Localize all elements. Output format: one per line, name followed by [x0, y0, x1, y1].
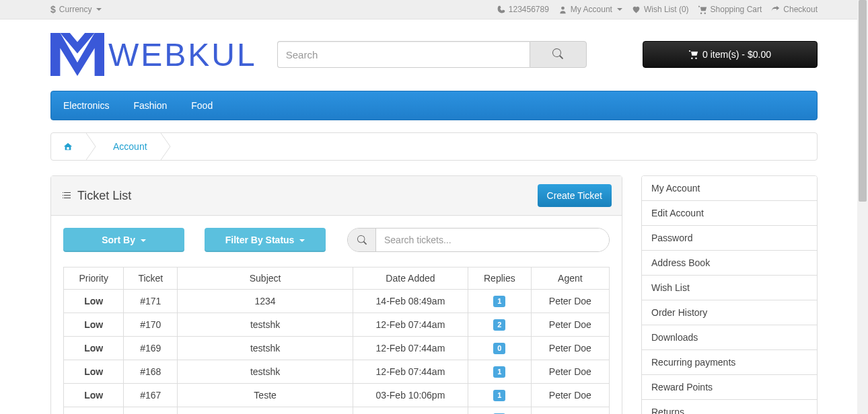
logo[interactable]: WEBKUL [50, 33, 257, 76]
shopping-cart-label: Shopping Cart [711, 5, 762, 14]
search-tickets-input[interactable] [376, 229, 609, 251]
caret-down-icon [96, 8, 102, 11]
tickets-table: Priority Ticket Subject Date Added Repli… [63, 267, 610, 414]
table-row[interactable]: Low#168testshk12-Feb 07:44am1Peter Doe [64, 360, 610, 384]
phone-link[interactable]: 123456789 [497, 5, 549, 14]
topbar: $ Currency 123456789 My Account Wish Lis… [0, 0, 868, 19]
site-search [277, 41, 587, 68]
table-row[interactable]: Low#167Teste03-Feb 10:06pm1Peter Doe [64, 384, 610, 407]
breadcrumb-separator [161, 133, 172, 160]
cell-date: 12-Feb 07:44am [353, 337, 468, 360]
th-agent: Agent [531, 267, 609, 290]
cell-subject: testshk [178, 337, 353, 360]
cart-button-label: 0 item(s) - $0.00 [702, 49, 771, 60]
share-icon [771, 5, 780, 14]
account-sidebar: My AccountEdit AccountPasswordAddress Bo… [641, 175, 818, 414]
search-icon [552, 48, 563, 59]
cell-priority: Low [64, 290, 124, 313]
currency-selector[interactable]: $ Currency [50, 4, 102, 15]
cell-subject: magento theme installation [178, 407, 353, 415]
cell-priority: Low [64, 407, 124, 415]
th-priority: Priority [64, 267, 124, 290]
cart-icon [689, 50, 698, 59]
search-tickets-icon-wrap[interactable] [348, 229, 376, 251]
heart-icon [632, 5, 641, 14]
search-button[interactable] [530, 41, 587, 68]
search-input[interactable] [277, 41, 530, 68]
create-ticket-button[interactable]: Create Ticket [538, 184, 612, 207]
table-row[interactable]: Low#169testshk12-Feb 07:44am0Peter Doe [64, 337, 610, 360]
sidebar-item[interactable]: Order History [642, 300, 817, 325]
svg-marker-0 [50, 33, 104, 76]
cell-replies: 1 [468, 290, 532, 313]
sidebar-item[interactable]: My Account [642, 176, 817, 201]
nav-food[interactable]: Food [179, 91, 225, 120]
list-icon [61, 190, 72, 201]
filter-by-status-button[interactable]: Filter By Status [205, 228, 326, 252]
search-icon [357, 235, 367, 245]
scrollbar-thumb[interactable] [859, 0, 867, 202]
checkout-label: Checkout [783, 5, 818, 14]
sidebar-item[interactable]: Reward Points [642, 375, 817, 400]
my-account-dropdown[interactable]: My Account [558, 5, 622, 14]
scrollbar[interactable] [857, 0, 868, 414]
nav-fashion[interactable]: Fashion [121, 91, 179, 120]
filter-by-label: Filter By Status [225, 235, 295, 245]
cell-replies: 1 [468, 407, 532, 415]
checkout-link[interactable]: Checkout [771, 5, 818, 14]
cell-ticket: #170 [124, 313, 178, 337]
th-ticket: Ticket [124, 267, 178, 290]
table-row[interactable]: Low#171123414-Feb 08:49am1Peter Doe [64, 290, 610, 313]
cart-icon [698, 5, 707, 14]
cart-button[interactable]: 0 item(s) - $0.00 [643, 41, 818, 68]
sidebar-item[interactable]: Downloads [642, 325, 817, 350]
sidebar-item[interactable]: Edit Account [642, 201, 817, 226]
cell-subject: testshk [178, 360, 353, 384]
breadcrumb-home[interactable] [51, 133, 86, 160]
cell-date: 12-Feb 07:44am [353, 360, 468, 384]
caret-down-icon [299, 239, 305, 242]
panel-title-text: Ticket List [77, 189, 131, 203]
cell-agent: Peter Doe [531, 337, 609, 360]
sidebar-item[interactable]: Address Book [642, 251, 817, 276]
home-icon [63, 142, 73, 151]
cell-date: 14-Feb 08:49am [353, 290, 468, 313]
cell-ticket: #168 [124, 360, 178, 384]
user-icon [558, 5, 567, 14]
cell-priority: Low [64, 384, 124, 407]
currency-label: Currency [59, 5, 92, 14]
cell-agent: Peter Doe [531, 290, 609, 313]
shopping-cart-link[interactable]: Shopping Cart [698, 5, 762, 14]
sidebar-item[interactable]: Password [642, 226, 817, 251]
nav-electronics[interactable]: Electronics [51, 91, 121, 120]
cell-agent: Peter Doe [531, 384, 609, 407]
phone-number: 123456789 [509, 5, 549, 14]
breadcrumb-separator [86, 133, 97, 160]
sidebar-item[interactable]: Recurring payments [642, 350, 817, 375]
cell-priority: Low [64, 360, 124, 384]
cell-priority: Low [64, 313, 124, 337]
table-row[interactable]: Low#166magento theme installation02-Feb … [64, 407, 610, 415]
sort-by-label: Sort By [102, 235, 135, 245]
cell-subject: Teste [178, 384, 353, 407]
wishlist-link[interactable]: Wish List (0) [632, 5, 689, 14]
cell-ticket: #171 [124, 290, 178, 313]
breadcrumb-account[interactable]: Account [97, 133, 161, 160]
cell-subject: testshk [178, 313, 353, 337]
cell-replies: 1 [468, 360, 532, 384]
sidebar-item[interactable]: Returns [642, 400, 817, 414]
logo-icon [50, 33, 104, 76]
table-row[interactable]: Low#170testshk12-Feb 07:44am2Peter Doe [64, 313, 610, 337]
sort-by-button[interactable]: Sort By [63, 228, 184, 252]
cell-replies: 1 [468, 384, 532, 407]
caret-down-icon [141, 239, 146, 242]
my-account-label: My Account [571, 5, 612, 14]
cell-ticket: #167 [124, 384, 178, 407]
caret-down-icon [617, 8, 622, 11]
sidebar-item[interactable]: Wish List [642, 276, 817, 300]
cell-ticket: #166 [124, 407, 178, 415]
cell-ticket: #169 [124, 337, 178, 360]
th-replies: Replies [468, 267, 532, 290]
search-tickets [347, 228, 610, 252]
cell-replies: 0 [468, 337, 532, 360]
